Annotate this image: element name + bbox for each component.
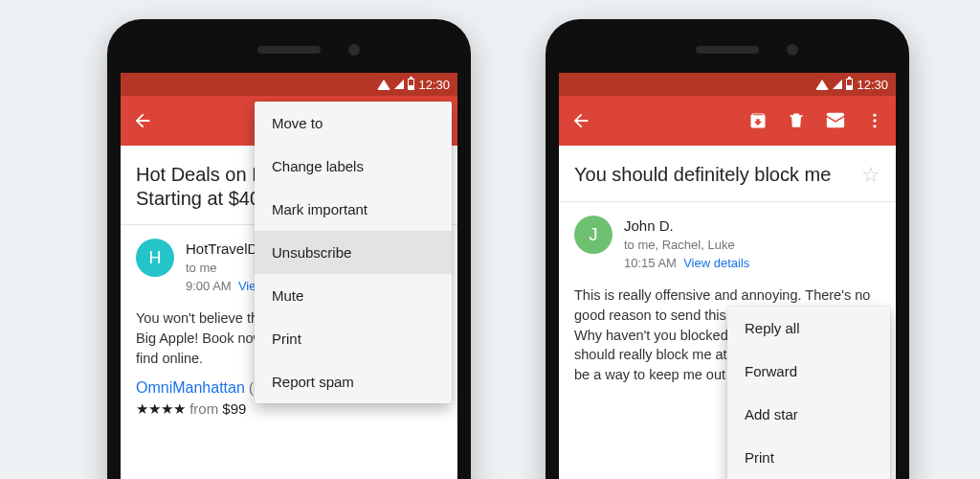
menu-print[interactable]: Print (727, 436, 890, 479)
signal-icon (394, 80, 404, 89)
svg-point-1 (873, 119, 876, 122)
status-bar: 12:30 (559, 73, 896, 96)
phone-camera (348, 44, 360, 56)
back-icon[interactable] (570, 110, 591, 131)
wifi-icon (377, 80, 390, 90)
menu-mute[interactable]: Mute (255, 274, 452, 317)
send-time: 9:00 AM (186, 279, 232, 293)
back-icon[interactable] (132, 110, 153, 131)
delete-icon[interactable] (787, 111, 806, 130)
svg-point-2 (873, 125, 876, 127)
status-bar: 12:30 (121, 73, 457, 96)
mark-unread-icon[interactable] (825, 110, 846, 131)
phone-frame-left: 12:30 Hot Deals on New York Hotels Start… (107, 19, 471, 479)
menu-print[interactable]: Print (255, 317, 452, 360)
phone-speaker (696, 46, 759, 54)
sender-meta: John D. to me, Rachel, Luke 10:15 AM Vie… (624, 216, 749, 272)
hotel-rating: ★★★★ (136, 400, 186, 417)
svg-point-0 (873, 114, 876, 117)
recipients-line: to me, Rachel, Luke (624, 237, 749, 255)
phone-camera (787, 44, 798, 56)
menu-unsubscribe[interactable]: Unsubscribe (255, 231, 452, 274)
message-menu: Reply all Forward Add star Print Block “… (727, 307, 890, 479)
price-prefix: from (189, 400, 218, 417)
hotel-name[interactable]: OmniManhattan (136, 379, 245, 396)
status-time: 12:30 (418, 78, 450, 92)
avatar[interactable]: J (574, 216, 612, 254)
app-bar (559, 96, 896, 146)
signal-icon (833, 80, 842, 89)
overflow-icon[interactable] (865, 111, 884, 130)
phone-frame-right: 12:30 You should definitely block me ☆ (546, 19, 909, 479)
star-icon[interactable]: ☆ (861, 163, 880, 188)
wifi-icon (815, 80, 829, 90)
subject-row: You should definitely block me ☆ (559, 146, 896, 202)
menu-report-spam[interactable]: Report spam (255, 360, 452, 403)
overflow-menu: Move to Change labels Mark important Uns… (255, 102, 452, 403)
battery-icon (846, 79, 853, 90)
avatar[interactable]: H (136, 239, 174, 277)
menu-change-labels[interactable]: Change labels (255, 145, 452, 188)
screen-left: 12:30 Hot Deals on New York Hotels Start… (121, 73, 457, 479)
archive-icon[interactable] (748, 111, 768, 130)
battery-icon (408, 79, 414, 90)
menu-add-star[interactable]: Add star (727, 393, 890, 436)
menu-move-to[interactable]: Move to (255, 102, 452, 145)
menu-reply-all[interactable]: Reply all (727, 307, 890, 350)
menu-mark-important[interactable]: Mark important (255, 188, 452, 231)
view-details-link[interactable]: View details (683, 256, 749, 270)
menu-forward[interactable]: Forward (727, 350, 890, 393)
screen-right: 12:30 You should definitely block me ☆ (559, 73, 896, 479)
status-time: 12:30 (857, 78, 888, 92)
sender-name: John D. (624, 216, 749, 237)
phone-speaker (257, 46, 321, 54)
sender-block: J John D. to me, Rachel, Luke 10:15 AM V… (559, 202, 896, 282)
send-time: 10:15 AM (624, 256, 677, 270)
hotel-price: $99 (222, 400, 246, 417)
email-subject: You should definitely block me (574, 163, 852, 187)
